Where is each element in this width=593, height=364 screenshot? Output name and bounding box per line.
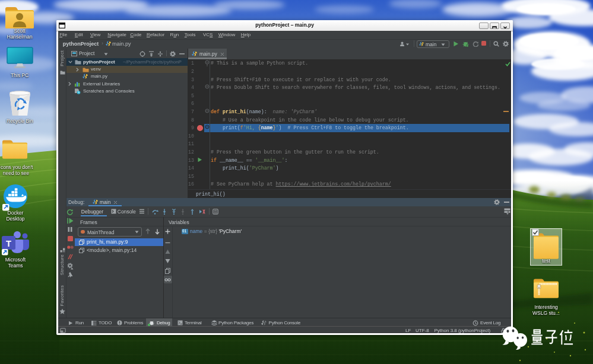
- svg-text:T: T: [6, 238, 11, 248]
